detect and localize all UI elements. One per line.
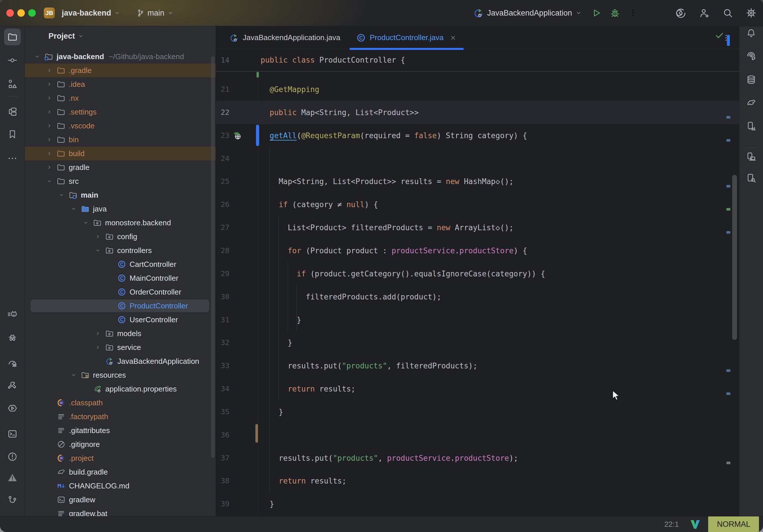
chevron-down-icon[interactable] bbox=[70, 372, 77, 378]
chevron-right-icon[interactable] bbox=[94, 345, 102, 350]
chevron-down-icon[interactable] bbox=[94, 248, 102, 253]
tree-item--vscode[interactable]: .vscode bbox=[25, 119, 216, 133]
commit-icon[interactable] bbox=[4, 52, 21, 69]
code-line-35[interactable]: 35 } bbox=[216, 400, 739, 424]
code-line-28[interactable]: 28 for (Product product : productService… bbox=[216, 239, 739, 262]
run-configuration[interactable]: JavaBackendApplication bbox=[487, 9, 572, 18]
project-panel-header[interactable]: Project bbox=[25, 26, 216, 46]
bookmarks-icon[interactable] bbox=[4, 126, 21, 143]
tree-item-controllers[interactable]: controllers bbox=[25, 244, 216, 257]
profiler-icon[interactable] bbox=[4, 355, 21, 371]
inspections-ok-icon[interactable] bbox=[714, 30, 724, 40]
chevron-down-icon[interactable] bbox=[82, 220, 89, 226]
analysis-stripe-mark[interactable] bbox=[726, 139, 730, 142]
tree-item-java-backend[interactable]: java-backend~/Github/java-backend bbox=[25, 50, 216, 63]
ai-assistant-icon[interactable] bbox=[675, 8, 686, 19]
chevron-right-icon[interactable] bbox=[46, 151, 53, 157]
tree-item-src[interactable]: src bbox=[25, 174, 216, 188]
tree-item-maincontroller[interactable]: CMainController bbox=[25, 271, 216, 285]
tree-item-gradlew-bat[interactable]: gradlew.bat bbox=[25, 507, 216, 516]
code-line-29[interactable]: 29 if (product.getCategory().equalsIgnor… bbox=[216, 262, 739, 285]
chevron-down-icon[interactable] bbox=[70, 206, 77, 212]
warnings-icon[interactable] bbox=[4, 470, 21, 486]
code-line-37[interactable]: 37 results.put("products", productServic… bbox=[216, 447, 739, 470]
tree-item-config[interactable]: config bbox=[25, 230, 216, 244]
editor[interactable]: JavaBackendApplication.javaCProductContr… bbox=[216, 26, 739, 516]
vim-mode-badge[interactable]: NORMAL bbox=[708, 516, 759, 532]
tree-item-usercontroller[interactable]: CUserController bbox=[25, 313, 216, 327]
branch-widget[interactable]: main bbox=[136, 9, 174, 18]
analysis-stripe-mark[interactable] bbox=[726, 208, 730, 211]
add-user-icon[interactable] bbox=[699, 8, 710, 19]
tree-item--gradle[interactable]: .gradle bbox=[25, 63, 216, 77]
code-line-24[interactable]: 24 bbox=[216, 147, 739, 170]
device-mirror-icon[interactable] bbox=[743, 148, 760, 165]
tree-item-changelog-md[interactable]: CHANGELOG.md bbox=[25, 479, 216, 493]
chevron-down-icon[interactable] bbox=[46, 178, 53, 184]
more-tools-icon[interactable] bbox=[4, 150, 21, 167]
analysis-stripe-mark[interactable] bbox=[726, 185, 730, 187]
code-line-36[interactable]: 36 bbox=[216, 424, 739, 447]
tree-item-application-properties[interactable]: application.properties bbox=[25, 382, 216, 396]
structure-icon[interactable] bbox=[4, 75, 21, 92]
chevron-down-icon[interactable] bbox=[58, 192, 65, 198]
tree-item--factorypath[interactable]: .factorypath bbox=[25, 410, 216, 424]
zoom-window-button[interactable] bbox=[28, 9, 36, 17]
tree-item-main[interactable]: main bbox=[25, 188, 216, 202]
ideavim-v-icon[interactable] bbox=[689, 518, 701, 530]
tree-item--settings[interactable]: .settings bbox=[25, 105, 216, 119]
tree-item-productcontroller[interactable]: CProductController bbox=[25, 299, 216, 313]
chevron-right-icon[interactable] bbox=[46, 123, 53, 129]
tree-item-monostore-backend[interactable]: monostore.backend bbox=[25, 216, 216, 230]
problems-icon[interactable] bbox=[4, 448, 21, 465]
code-line-33[interactable]: 33 results.put("products", filteredProdu… bbox=[216, 354, 739, 377]
chevron-down-icon[interactable] bbox=[576, 10, 582, 16]
build-hammer-icon[interactable] bbox=[4, 377, 21, 394]
code-line-30[interactable]: 30 filteredProducts.add(product); bbox=[216, 285, 739, 308]
tree-item-cartcontroller[interactable]: CCartController bbox=[25, 257, 216, 271]
tab-javabackendapplication-java[interactable]: JavaBackendApplication.java bbox=[221, 26, 348, 49]
analysis-stripe-mark[interactable] bbox=[726, 231, 730, 234]
close-tab-icon[interactable] bbox=[449, 34, 457, 42]
analysis-stripe-mark[interactable] bbox=[726, 392, 730, 395]
project-folder-icon[interactable] bbox=[4, 29, 21, 45]
chevron-right-icon[interactable] bbox=[46, 137, 53, 143]
tree-item--project[interactable]: .project bbox=[25, 451, 216, 465]
incognito-icon[interactable] bbox=[4, 329, 21, 346]
chevron-right-icon[interactable] bbox=[46, 81, 53, 87]
tree-item--classpath[interactable]: .classpath bbox=[25, 396, 216, 410]
tab-productcontroller-java[interactable]: CProductController.java bbox=[348, 26, 465, 49]
tree-item-gradlew[interactable]: gradlew bbox=[25, 493, 216, 507]
editor-scrollbar[interactable] bbox=[732, 175, 737, 340]
hierarchy-icon[interactable] bbox=[4, 103, 21, 120]
kebab-menu-icon[interactable] bbox=[628, 9, 637, 17]
settings-icon[interactable] bbox=[746, 8, 757, 19]
tree-item--gitignore[interactable]: .gitignore bbox=[25, 437, 216, 451]
tree-item-build-gradle[interactable]: build.gradle bbox=[25, 465, 216, 479]
device-inspect-icon[interactable] bbox=[743, 170, 760, 186]
code-line-32[interactable]: 32 } bbox=[216, 331, 739, 354]
tree-item-gradle[interactable]: gradle bbox=[25, 160, 216, 174]
chevron-right-icon[interactable] bbox=[46, 67, 53, 73]
minimize-window-button[interactable] bbox=[17, 9, 25, 17]
code-line-27[interactable]: 27 List<Product> filteredProducts = new … bbox=[216, 216, 739, 239]
code-line-34[interactable]: 34 return results; bbox=[216, 377, 739, 400]
close-window-button[interactable] bbox=[6, 9, 14, 17]
tree-item--gitattributes[interactable]: .gitattributes bbox=[25, 424, 216, 437]
chevron-right-icon[interactable] bbox=[46, 164, 53, 170]
code-line-38[interactable]: 38 return results; bbox=[216, 470, 739, 492]
tree-item-build[interactable]: build bbox=[25, 147, 216, 160]
tree-item-java[interactable]: java bbox=[25, 202, 216, 216]
tree-item--nx[interactable]: .nx bbox=[25, 91, 216, 105]
analysis-stripe-mark[interactable] bbox=[726, 462, 730, 464]
project-widget[interactable]: JB java-backend bbox=[44, 8, 120, 19]
chevron-right-icon[interactable] bbox=[46, 109, 53, 115]
code-line-23[interactable]: 23 getAll(@RequestParam(required = false… bbox=[216, 124, 739, 147]
chevron-down-icon[interactable] bbox=[34, 53, 41, 59]
ai-chat-icon[interactable] bbox=[743, 48, 760, 64]
chevron-right-icon[interactable] bbox=[46, 95, 53, 101]
tree-item-service[interactable]: service bbox=[25, 341, 216, 354]
chevron-right-icon[interactable] bbox=[94, 331, 102, 336]
search-icon[interactable] bbox=[722, 8, 733, 18]
code-line-25[interactable]: 25 Map<String, List<Product>> results = … bbox=[216, 170, 739, 193]
